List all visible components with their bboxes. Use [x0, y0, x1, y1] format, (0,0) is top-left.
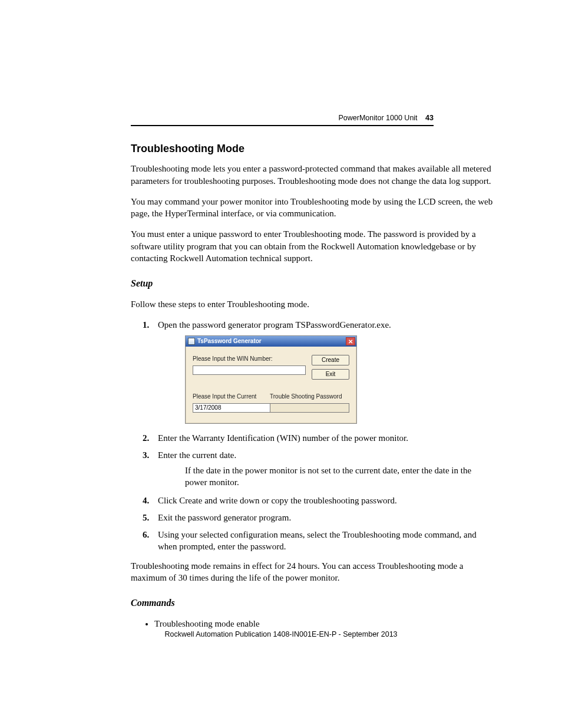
dialog-row-date: Please Input the Current ▼ Trouble Shoot… — [193, 393, 349, 413]
page-number: 43 — [425, 114, 434, 122]
close-icon[interactable]: ✕ — [346, 337, 355, 345]
app-icon — [188, 338, 195, 345]
setup-intro: Follow these steps to enter Troubleshoot… — [131, 298, 494, 310]
page: PowerMonitor 1000 Unit 43 Troubleshootin… — [0, 0, 562, 728]
content-area: Troubleshooting Mode Troubleshooting mod… — [131, 141, 494, 630]
exit-button[interactable]: Exit — [312, 369, 349, 380]
current-date-picker[interactable]: ▼ — [193, 403, 252, 413]
step-number: 2. — [143, 432, 149, 444]
current-date-label: Please Input the Current — [193, 393, 262, 401]
create-button[interactable]: Create — [312, 355, 349, 365]
step-number: 1. — [143, 319, 149, 331]
paragraph: You must enter a unique password to ente… — [131, 228, 494, 264]
step-number: 6. — [143, 529, 149, 541]
running-header-text: PowerMonitor 1000 Unit — [339, 114, 418, 122]
step-item: 1. Open the password generator program T… — [131, 319, 494, 424]
paragraph: Troubleshooting mode remains in effect f… — [131, 560, 494, 584]
step-text: Enter the Warranty Identification (WIN) … — [158, 433, 408, 443]
paragraph: Troubleshooting mode lets you enter a pa… — [131, 163, 494, 187]
step-text: Using your selected configuration means,… — [158, 530, 477, 551]
running-header: PowerMonitor 1000 Unit 43 — [339, 113, 434, 123]
step-item: 6. Using your selected configuration mea… — [131, 529, 494, 553]
paragraph: You may command your power monitor into … — [131, 196, 494, 220]
step-item: 2. Enter the Warranty Identification (WI… — [131, 432, 494, 444]
win-number-input[interactable] — [193, 365, 306, 375]
step-text: Enter the current date. — [158, 450, 236, 460]
step-number: 3. — [143, 449, 149, 461]
dialog-titlebar: TsPassword Generator ✕ — [186, 336, 356, 347]
dialog-body: Please Input the WIN Number: Create Exit… — [186, 347, 356, 423]
commands-subheading: Commands — [131, 597, 494, 610]
current-date-input[interactable] — [193, 403, 272, 413]
setup-steps: 1. Open the password generator program T… — [131, 319, 494, 553]
header-rule — [131, 125, 434, 126]
win-number-label: Please Input the WIN Number: — [193, 355, 306, 363]
troubleshooting-password-label: Trouble Shooting Password — [270, 393, 349, 401]
section-heading: Troubleshooting Mode — [131, 141, 494, 156]
step-text: Click Create and write down or copy the … — [158, 496, 397, 505]
dialog-title-text: TsPassword Generator — [197, 337, 262, 345]
step-text: Open the password generator program TSPa… — [158, 320, 391, 330]
list-item: Troubleshooting mode enable — [154, 618, 494, 630]
commands-list: Troubleshooting mode enable — [154, 618, 494, 630]
ts-password-generator-dialog: TsPassword Generator ✕ Please Input the … — [185, 335, 357, 424]
step-item: 5. Exit the password generator program. — [131, 512, 494, 523]
troubleshooting-password-output[interactable] — [270, 403, 349, 413]
step-item: 3. Enter the current date. If the date i… — [131, 449, 494, 489]
step-subtext: If the date in the power monitor is not … — [158, 465, 494, 489]
page-footer: Rockwell Automation Publication 1408-IN0… — [0, 630, 562, 640]
step-number: 4. — [143, 495, 149, 506]
step-number: 5. — [143, 512, 149, 523]
step-item: 4. Click Create and write down or copy t… — [131, 495, 494, 506]
step-text: Exit the password generator program. — [158, 513, 291, 522]
dialog-row-win: Please Input the WIN Number: Create Exit — [193, 355, 349, 380]
setup-subheading: Setup — [131, 277, 494, 290]
